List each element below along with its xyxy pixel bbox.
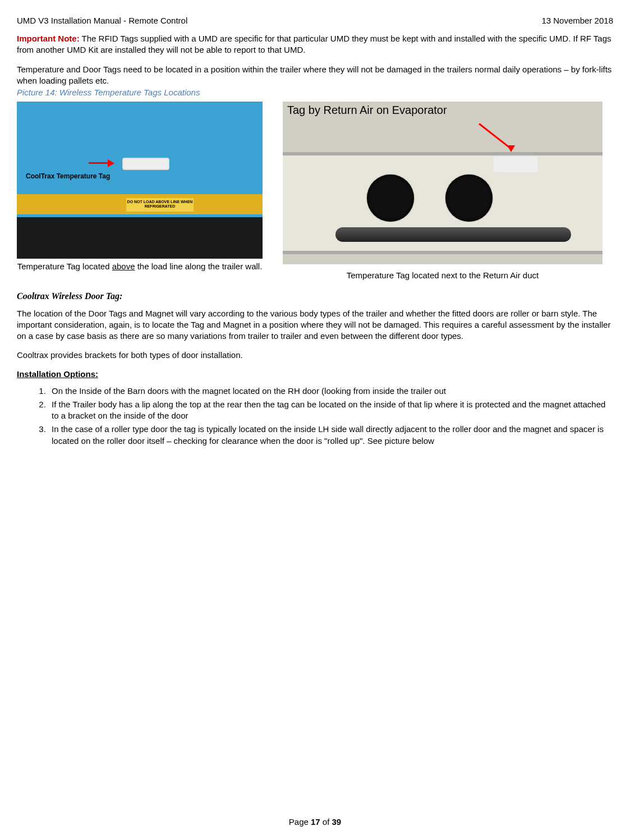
footer-mid: of [320, 817, 332, 827]
important-note-label: Important Note: [17, 34, 80, 43]
figure-left-caption-post: the load line along the trailer wall. [135, 261, 263, 271]
list-item: If the Trailer body has a lip along the … [48, 399, 613, 422]
important-note-text: The RFID Tags supplied with a UMD are sp… [17, 34, 611, 54]
figure-right-overlay-label: Tag by Return Air on Evaporator [287, 104, 447, 117]
door-tag-paragraph: The location of the Door Tags and Magnet… [17, 308, 613, 342]
cable-icon [335, 227, 571, 242]
vent-icon [445, 175, 493, 222]
figure-left-image: CoolTrax Temperature Tag DO NOT LOAD ABO… [17, 102, 263, 259]
page-footer: Page 17 of 39 [0, 817, 630, 827]
door-tag-heading: Cooltrax Wireless Door Tag: [17, 291, 613, 301]
figure-right-column: Tag by Return Air on Evaporator Temperat… [283, 102, 603, 281]
footer-pre: Page [289, 817, 311, 827]
temperature-tag-icon [122, 158, 169, 170]
picture-14-caption: Picture 14: Wireless Temperature Tags Lo… [17, 88, 613, 97]
figure-left-overlay-label: CoolTrax Temperature Tag [26, 172, 110, 180]
figure-left-caption-under: above [112, 261, 135, 271]
temperature-tag-icon [494, 157, 537, 172]
vent-icon [367, 175, 414, 222]
header-date: 13 November 2018 [541, 16, 613, 25]
footer-page: 17 [311, 817, 320, 827]
figure-right-caption: Temperature Tag located next to the Retu… [347, 270, 539, 281]
list-item: In the case of a roller type door the ta… [48, 424, 613, 447]
dark-bottom [17, 217, 263, 259]
brackets-paragraph: Cooltrax provides brackets for both type… [17, 350, 613, 361]
important-note-paragraph: Important Note: The RFID Tags supplied w… [17, 33, 613, 56]
footer-total: 39 [332, 817, 342, 827]
page-header: UMD V3 Installation Manual - Remote Cont… [17, 16, 613, 25]
figure-right-image: Tag by Return Air on Evaporator [283, 102, 603, 264]
figure-left-column: CoolTrax Temperature Tag DO NOT LOAD ABO… [17, 102, 263, 272]
installation-options-list: On the Inside of the Barn doors with the… [17, 385, 613, 447]
figures-row: CoolTrax Temperature Tag DO NOT LOAD ABO… [17, 102, 613, 281]
arrow-icon [89, 158, 117, 169]
temp-door-tag-location-note: Temperature and Door Tags need to be loc… [17, 64, 613, 87]
installation-options-heading: Installation Options: [17, 369, 613, 379]
arrow-icon [479, 123, 524, 157]
figure-left-caption-pre: Temperature Tag located [17, 261, 112, 271]
list-item: On the Inside of the Barn doors with the… [48, 385, 613, 397]
figure-left-caption: Temperature Tag located above the load l… [17, 261, 263, 272]
header-title: UMD V3 Installation Manual - Remote Cont… [17, 16, 187, 25]
warning-sign: DO NOT LOAD ABOVE LINE WHEN REFRIGERATED [126, 198, 194, 212]
